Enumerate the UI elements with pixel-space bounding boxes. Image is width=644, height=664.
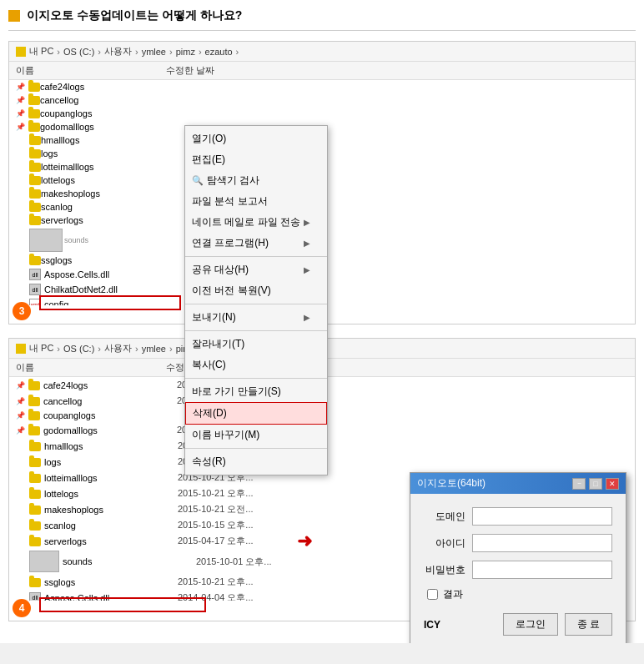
domain-input[interactable] [472, 507, 612, 526]
arrow-right-icon: ➜ [297, 531, 312, 552]
dll-icon: dll [29, 592, 41, 601]
col-name-1[interactable]: 이름 [16, 64, 166, 77]
title-icon [8, 10, 20, 22]
ctx-properties[interactable]: 속성(R) [185, 451, 327, 472]
ctx-delete[interactable]: 삭제(D) [185, 402, 327, 425]
folder-icon [29, 176, 41, 185]
dialog-minimize-btn[interactable]: － [572, 478, 586, 490]
folder-icon [29, 458, 41, 467]
bc-1-pimz[interactable]: pimz [176, 47, 195, 57]
dll-icon: dll [29, 269, 41, 280]
ctx-report[interactable]: 파일 분석 보고서 [185, 191, 327, 212]
ctx-sep [185, 256, 327, 257]
folder-icon [28, 109, 40, 118]
dialog-maximize-btn[interactable]: □ [589, 478, 602, 490]
folder-icon [28, 123, 40, 132]
folder-icon [29, 189, 41, 199]
page-title-bar: 이지오토 수동업데이트는 어떻게 하나요? [8, 8, 636, 31]
ctx-rename[interactable]: 이름 바꾸기(M) [185, 425, 327, 445]
step-badge-3: 3 [13, 302, 31, 320]
col-name-2[interactable]: 이름 [16, 361, 166, 374]
folder-icon [28, 426, 40, 435]
pin-icon: 📌 [16, 397, 25, 405]
login-button[interactable]: 로그인 [503, 613, 558, 636]
ctx-share[interactable]: 공유 대상(H) ▶ [185, 259, 327, 280]
dialog-close-btn[interactable]: ✕ [606, 478, 619, 490]
ctx-cut[interactable]: 잘라내기(T) [185, 334, 327, 355]
domain-label: 도메인 [424, 510, 465, 524]
folder-icon [28, 96, 40, 105]
bc-1-os[interactable]: OS (C:) [63, 47, 94, 57]
folder-icon [29, 216, 41, 225]
dll-icon: dll [29, 284, 41, 295]
list-item[interactable]: 📌 cancellog [9, 93, 635, 107]
sounds-label: sounds [64, 236, 88, 244]
file-list-header-1: 이름 수정한 날짜 [9, 62, 635, 80]
pin-icon: 📌 [16, 83, 25, 91]
ctx-sep5 [185, 448, 327, 449]
ctx-sep3 [185, 330, 327, 331]
ctx-openwith[interactable]: 연결 프로그램(H) ▶ [185, 233, 327, 254]
pw-input[interactable] [472, 561, 612, 579]
bc-1-ezauto[interactable]: ezauto [205, 47, 233, 57]
folder-icon [29, 537, 41, 546]
id-input[interactable] [472, 534, 612, 552]
dialog-title: 이지오토(64bit) [417, 476, 486, 490]
list-item[interactable]: 📌 cafe24logs [9, 80, 635, 93]
scan-icon: 🔍 [192, 175, 204, 186]
pw-row: 비밀번호 [424, 561, 612, 579]
folder-icon [29, 490, 41, 499]
bc-1-pc[interactable]: 내 PC [29, 45, 53, 58]
ctx-sep2 [185, 304, 327, 304]
list-item[interactable]: 📌 coupanglogs [9, 107, 635, 120]
result-row: 결과 [424, 587, 612, 601]
bc-1-ymlee[interactable]: ymlee [142, 47, 166, 57]
ctx-copy[interactable]: 복사(C) [185, 355, 327, 375]
explorer-section-1: 내 PC › OS (C:) › 사용자 › ymlee › pimz › ez… [8, 41, 636, 324]
ctx-mail[interactable]: 네이트 메일로 파일 전송 ▶ [185, 212, 327, 233]
folder-icon [28, 381, 40, 390]
page-title: 이지오토 수동업데이트는 어떻게 하나요? [27, 8, 242, 23]
folder-icon-breadcrumb2 [16, 344, 26, 354]
ctx-sendto[interactable]: 보내기(N) ▶ [185, 307, 327, 328]
bc-2-users[interactable]: 사용자 [104, 342, 132, 355]
domain-row: 도메인 [424, 507, 612, 526]
result-checkbox[interactable] [427, 589, 438, 600]
close-button[interactable]: 종 료 [565, 613, 612, 636]
dialog-controls: － □ ✕ [572, 478, 619, 490]
ctx-edit[interactable]: 편집(E) [185, 149, 327, 170]
context-menu: 열기(O) 편집(E) 🔍 탐색기 검사 파일 분석 보고서 네이트 메일로 파… [184, 125, 328, 475]
bc-2-os[interactable]: OS (C:) [63, 344, 94, 354]
breadcrumb-bar-1: 내 PC › OS (C:) › 사용자 › ymlee › pimz › ez… [9, 42, 635, 62]
folder-icon [29, 203, 41, 212]
folder-icon-breadcrumb [16, 47, 26, 57]
pin-icon: 📌 [16, 411, 25, 420]
id-row: 아이디 [424, 534, 612, 552]
folder-icon [29, 256, 41, 265]
step-badge-4: 4 [13, 599, 31, 617]
id-label: 아이디 [424, 536, 465, 551]
col-date-1[interactable]: 수정한 날짜 [166, 64, 274, 77]
folder-icon [29, 163, 41, 172]
thumbnail [29, 229, 63, 252]
bc-1-users[interactable]: 사용자 [104, 45, 132, 58]
result-label: 결과 [443, 587, 463, 601]
bc-2-ymlee[interactable]: ymlee [142, 344, 166, 354]
dialog-body: 도메인 아이디 비밀번호 결과 [410, 494, 626, 643]
ctx-restore[interactable]: 이전 버전 복원(V) [185, 280, 327, 301]
pin-icon: 📌 [16, 109, 25, 118]
pin-icon: 📌 [16, 123, 25, 131]
ctx-scan[interactable]: 🔍 탐색기 검사 [185, 170, 327, 191]
bc-2-pc[interactable]: 내 PC [29, 342, 53, 355]
icy-row: ICY 로그인 종 료 [424, 613, 612, 636]
folder-icon [29, 136, 41, 145]
ctx-shortcut[interactable]: 바로 가기 만들기(S) [185, 381, 327, 402]
folder-icon [28, 411, 40, 420]
folder-icon [29, 442, 41, 451]
folder-icon [29, 149, 41, 158]
breadcrumb-1: 내 PC › OS (C:) › 사용자 › ymlee › pimz › ez… [29, 45, 240, 58]
folder-icon [28, 83, 40, 92]
login-dialog: 이지오토(64bit) － □ ✕ 도메인 아이디 [410, 472, 626, 643]
ctx-open[interactable]: 열기(O) [185, 128, 327, 149]
folder-icon [29, 474, 41, 483]
